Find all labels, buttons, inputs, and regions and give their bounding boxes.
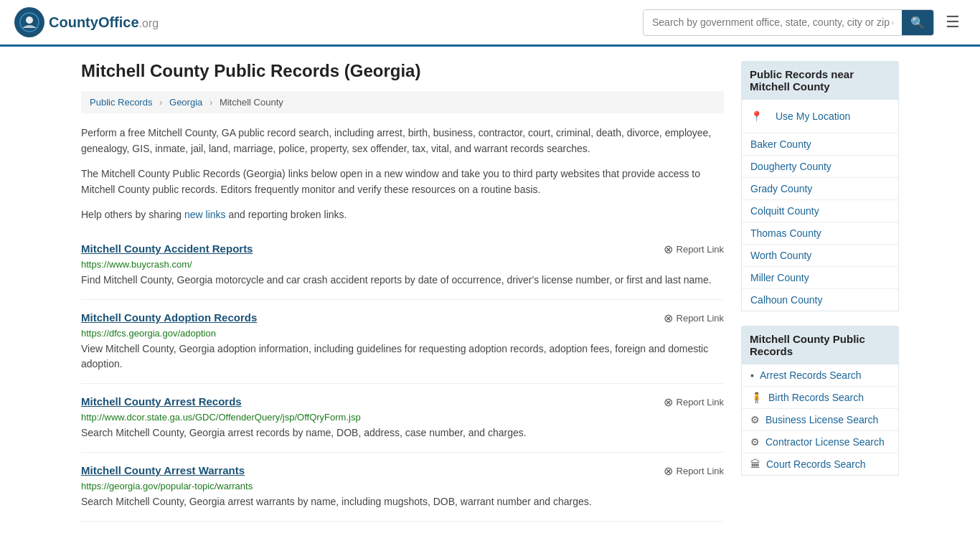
report-icon: ⊗ — [664, 242, 673, 256]
sidebar-business-link[interactable]: ⚙ Business License Search — [742, 409, 898, 430]
sidebar-contractor-link[interactable]: ⚙ Contractor License Search — [742, 431, 898, 453]
mitchell-records-title: Mitchell County Public Records — [741, 326, 899, 364]
sidebar-business-label: Business License Search — [765, 414, 878, 425]
record-url-warrants: https://georgia.gov/popular-topic/warran… — [81, 481, 724, 491]
nearby-baker: Baker County — [742, 133, 898, 156]
record-title-accident[interactable]: Mitchell County Accident Reports — [81, 242, 253, 255]
record-accident-reports: Mitchell County Accident Reports ⊗ Repor… — [81, 231, 724, 300]
breadcrumb: Public Records › Georgia › Mitchell Coun… — [81, 91, 724, 113]
report-link-label: Report Link — [677, 244, 724, 255]
breadcrumb-public-records[interactable]: Public Records — [90, 97, 152, 108]
nearby-thomas-link[interactable]: Thomas County — [742, 222, 898, 244]
nearby-worth: Worth County — [742, 245, 898, 267]
report-link-warrants[interactable]: ⊗ Report Link — [664, 464, 724, 478]
report-icon-3: ⊗ — [664, 395, 673, 409]
report-link-arrest[interactable]: ⊗ Report Link — [664, 395, 724, 409]
sidebar-birth-link[interactable]: 🧍 Birth Records Search — [742, 387, 898, 408]
sidebar-record-court: 🏛 Court Records Search — [742, 453, 898, 475]
nearby-dougherty: Dougherty County — [742, 156, 898, 178]
record-title-warrants[interactable]: Mitchell County Arrest Warrants — [81, 464, 245, 476]
report-link-accident[interactable]: ⊗ Report Link — [664, 242, 724, 256]
report-link-label-3: Report Link — [677, 397, 724, 408]
nearby-calhoun-link[interactable]: Calhoun County — [742, 289, 898, 311]
arrest-icon: ▪ — [750, 369, 754, 381]
sidebar-record-birth: 🧍 Birth Records Search — [742, 387, 898, 409]
record-desc-arrest: Search Mitchell County, Georgia arrest r… — [81, 425, 724, 441]
nearby-miller: Miller County — [742, 267, 898, 289]
sidebar-court-link[interactable]: 🏛 Court Records Search — [742, 453, 898, 475]
nearby-colquitt-link[interactable]: Colquitt County — [742, 200, 898, 222]
intro-paragraph-2: The Mitchell County Public Records (Geor… — [81, 166, 724, 198]
record-title-adoption[interactable]: Mitchell County Adoption Records — [81, 311, 257, 324]
nearby-title: Public Records near Mitchell County — [741, 61, 899, 100]
breadcrumb-georgia[interactable]: Georgia — [169, 97, 202, 108]
use-location-item: 📍 Use My Location — [742, 100, 898, 133]
record-url-arrest: http://www.dcor.state.ga.us/GDC/Offender… — [81, 412, 724, 423]
nearby-list: 📍 Use My Location Baker County Dougherty… — [741, 100, 899, 311]
nearby-section: Public Records near Mitchell County 📍 Us… — [741, 61, 899, 311]
page-title: Mitchell County Public Records (Georgia) — [81, 61, 724, 81]
sidebar-record-arrest: ▪ Arrest Records Search — [742, 364, 898, 387]
sidebar-record-contractor: ⚙ Contractor License Search — [742, 431, 898, 453]
nearby-worth-link[interactable]: Worth County — [742, 245, 898, 266]
intro-paragraph-3: Help others by sharing new links and rep… — [81, 207, 724, 222]
sidebar-court-label: Court Records Search — [766, 458, 866, 470]
report-link-adoption[interactable]: ⊗ Report Link — [664, 311, 724, 325]
new-links-link[interactable]: new links — [184, 209, 226, 220]
intro3-suffix: and reporting broken links. — [226, 209, 347, 220]
record-header-4: Mitchell County Arrest Warrants ⊗ Report… — [81, 464, 724, 478]
record-header: Mitchell County Accident Reports ⊗ Repor… — [81, 242, 724, 256]
record-url-adoption: https://dfcs.georgia.gov/adoption — [81, 328, 724, 339]
record-adoption-records: Mitchell County Adoption Records ⊗ Repor… — [81, 300, 724, 384]
breadcrumb-mitchell: Mitchell County — [220, 97, 283, 108]
breadcrumb-sep-1: › — [159, 97, 162, 108]
main-container: Mitchell County Public Records (Georgia)… — [67, 47, 913, 536]
contractor-icon: ⚙ — [750, 436, 760, 448]
intro-paragraph-1: Perform a free Mitchell County, GA publi… — [81, 125, 724, 157]
nearby-grady-link[interactable]: Grady County — [742, 178, 898, 199]
nearby-dougherty-link[interactable]: Dougherty County — [742, 156, 898, 177]
sidebar-birth-label: Birth Records Search — [768, 392, 864, 403]
record-header-3: Mitchell County Arrest Records ⊗ Report … — [81, 395, 724, 409]
location-pin-icon: 📍 — [750, 110, 763, 122]
court-icon: 🏛 — [750, 458, 760, 470]
menu-icon: ☰ — [946, 13, 960, 31]
nearby-thomas: Thomas County — [742, 222, 898, 245]
intro3-prefix: Help others by sharing — [81, 209, 184, 220]
svg-point-1 — [26, 17, 33, 24]
search-icon: 🔍 — [910, 17, 925, 29]
search-button[interactable]: 🔍 — [902, 10, 933, 35]
record-title-arrest[interactable]: Mitchell County Arrest Records — [81, 395, 242, 408]
content-area: Mitchell County Public Records (Georgia)… — [81, 61, 724, 522]
record-desc-warrants: Search Mitchell County, Georgia arrest w… — [81, 494, 724, 509]
nearby-colquitt: Colquitt County — [742, 200, 898, 222]
mitchell-records-list: ▪ Arrest Records Search 🧍 Birth Records … — [741, 364, 899, 476]
sidebar: Public Records near Mitchell County 📍 Us… — [741, 61, 899, 522]
search-input[interactable] — [644, 11, 902, 34]
mitchell-records-section: Mitchell County Public Records ▪ Arrest … — [741, 326, 899, 476]
birth-icon: 🧍 — [750, 392, 763, 403]
record-desc-accident: Find Mitchell County, Georgia motorcycle… — [81, 273, 724, 288]
logo-icon — [14, 7, 44, 37]
record-desc-adoption: View Mitchell County, Georgia adoption i… — [81, 342, 724, 372]
report-icon-4: ⊗ — [664, 464, 673, 478]
use-my-location-link[interactable]: Use My Location — [767, 105, 859, 127]
record-header-2: Mitchell County Adoption Records ⊗ Repor… — [81, 311, 724, 325]
nearby-miller-link[interactable]: Miller County — [742, 267, 898, 288]
sidebar-record-business: ⚙ Business License Search — [742, 409, 898, 431]
search-box: 🔍 — [643, 9, 934, 36]
business-icon: ⚙ — [750, 414, 760, 425]
nearby-grady: Grady County — [742, 178, 898, 200]
menu-button[interactable]: ☰ — [940, 10, 966, 34]
breadcrumb-sep-2: › — [209, 97, 212, 108]
site-header: CountyOffice.org 🔍 ☰ — [0, 0, 980, 47]
nearby-calhoun: Calhoun County — [742, 289, 898, 311]
nearby-baker-link[interactable]: Baker County — [742, 133, 898, 155]
logo: CountyOffice.org — [14, 7, 159, 37]
report-link-label-2: Report Link — [677, 313, 724, 324]
record-url-accident: https://www.buycrash.com/ — [81, 259, 724, 270]
sidebar-contractor-label: Contractor License Search — [765, 436, 885, 448]
record-arrest-warrants: Mitchell County Arrest Warrants ⊗ Report… — [81, 453, 724, 522]
sidebar-arrest-link[interactable]: ▪ Arrest Records Search — [742, 364, 898, 386]
logo-text: CountyOffice.org — [49, 14, 159, 31]
